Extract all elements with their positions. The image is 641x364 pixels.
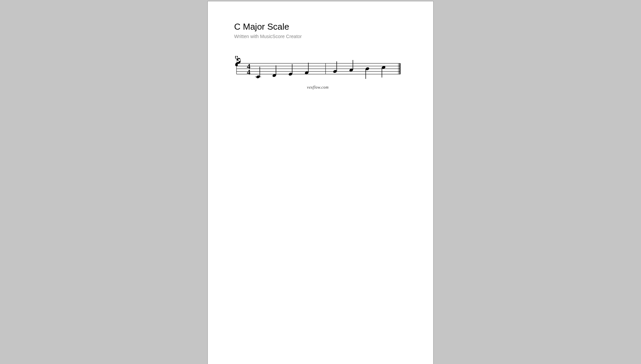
time-sig-den: 4 [247, 68, 251, 76]
score-title: C Major Scale [234, 22, 407, 32]
note-g4 [333, 61, 337, 73]
note-b4 [365, 67, 369, 79]
staff-lines [236, 63, 400, 74]
score-subtitle: Written with MusicScore Creator [234, 34, 407, 39]
music-score: 4 4 [235, 56, 400, 90]
note-c4 [256, 67, 260, 79]
time-signature: 4 4 [247, 62, 251, 76]
svg-rect-22 [399, 63, 400, 74]
note-e4 [288, 64, 292, 76]
staff-svg: 4 4 [235, 56, 400, 83]
document-page: C Major Scale Written with MusicScore Cr… [207, 1, 434, 364]
treble-clef-icon [235, 56, 242, 66]
watermark: vexflow.com [235, 85, 400, 90]
